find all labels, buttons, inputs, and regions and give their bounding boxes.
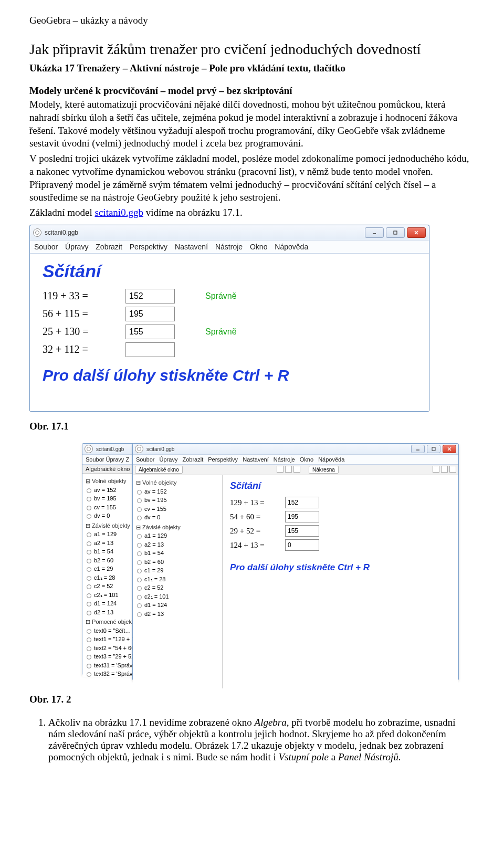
mini-input-1[interactable] bbox=[285, 497, 319, 508]
window-title: scitani0.ggb bbox=[45, 229, 78, 236]
page-title: Jak připravit žákům trenažer pro cvičení… bbox=[29, 41, 475, 58]
equation-text: 54 + 60 = bbox=[230, 512, 280, 521]
answer-input-1[interactable] bbox=[125, 289, 175, 304]
panel-icon[interactable] bbox=[449, 466, 456, 473]
close-button[interactable] bbox=[407, 227, 426, 238]
scitani-link[interactable]: scitani0.ggb bbox=[95, 207, 143, 218]
panel-icon[interactable] bbox=[441, 466, 448, 473]
mini-input-4[interactable] bbox=[285, 539, 319, 551]
panel-icon[interactable] bbox=[433, 466, 439, 473]
link-post: vidíme na obrázku 17.1. bbox=[143, 207, 243, 218]
equation-text: 124 + 13 = bbox=[230, 541, 280, 550]
intro-bold: Modely určené k procvičování – model prv… bbox=[29, 85, 475, 98]
equation-text: 32 + 112 = bbox=[43, 343, 116, 355]
front-titlebar: scitani0.ggb bbox=[133, 444, 458, 455]
minimize-button[interactable] bbox=[411, 445, 425, 453]
feedback-3: Správně bbox=[205, 327, 237, 337]
list-item-1: Ačkoliv na obrázku 17.1 nevidíme zobraze… bbox=[48, 717, 475, 763]
li-text: a bbox=[329, 751, 338, 762]
window-body: Sčítání 119 + 33 = Správně 56 + 115 = 25… bbox=[30, 254, 429, 411]
maximize-button[interactable] bbox=[386, 227, 405, 238]
mini-ctrl-r: Pro další úlohy stiskněte Ctrl + R bbox=[230, 562, 451, 573]
menu-perspektivy[interactable]: Perspektivy bbox=[130, 243, 167, 251]
tab-nakresna[interactable]: Nákresna bbox=[309, 466, 339, 474]
mini-row-1: 129 + 13 = bbox=[230, 497, 451, 508]
equation-text: 29 + 52 = bbox=[230, 527, 280, 536]
link-pre: Základní model bbox=[29, 207, 95, 218]
menu-nastaveni[interactable]: Nastavení bbox=[175, 243, 208, 251]
equation-text: 56 + 115 = bbox=[43, 308, 116, 320]
back-title: scitani0.ggb bbox=[96, 446, 124, 452]
front-title: scitani0.ggb bbox=[146, 446, 174, 452]
menu-nastroje[interactable]: Nástroje bbox=[215, 243, 243, 251]
menu-zobrazit[interactable]: Zobrazit bbox=[182, 456, 203, 463]
front-window: scitani0.ggb Soubor Úpravy Zobrazit Pers… bbox=[132, 443, 459, 681]
figure-2-label: Obr. 17. 2 bbox=[29, 693, 475, 706]
mini-heading: Sčítání bbox=[230, 480, 451, 491]
titlebar: scitani0.ggb bbox=[30, 225, 429, 240]
front-menubar: Soubor Úpravy Zobrazit Perspektivy Nasta… bbox=[133, 455, 458, 465]
equation-row-2: 56 + 115 = bbox=[43, 307, 416, 321]
equation-row-1: 119 + 33 = Správně bbox=[43, 289, 416, 304]
mini-input-2[interactable] bbox=[285, 511, 319, 522]
menu-upravy[interactable]: Úpravy bbox=[160, 456, 178, 463]
mini-row-2: 54 + 60 = bbox=[230, 511, 451, 522]
paragraph-2: V poslední trojici ukázek vytvoříme zákl… bbox=[29, 152, 475, 204]
scitani-heading: Sčítání bbox=[43, 261, 416, 281]
close-button[interactable] bbox=[443, 445, 456, 453]
menu-perspektivy[interactable]: Perspektivy bbox=[208, 456, 238, 463]
paragraph-1: Modely, které automatizují procvičování … bbox=[29, 98, 475, 150]
panel-icon[interactable] bbox=[277, 466, 284, 473]
equation-text: 119 + 33 = bbox=[43, 290, 116, 302]
front-tabbar: Algebraické okno Nákresna bbox=[133, 465, 458, 475]
minimize-button[interactable] bbox=[365, 227, 384, 238]
menu-napoveda[interactable]: Nápověda bbox=[275, 243, 308, 251]
svg-rect-5 bbox=[432, 447, 435, 451]
li-italic-vstupni: Vstupní pole bbox=[279, 751, 329, 762]
menu-zobrazit[interactable]: Zobrazit bbox=[96, 243, 122, 251]
tab-algebra[interactable]: Algebraické okno bbox=[135, 466, 183, 474]
menu-okno[interactable]: Okno bbox=[250, 243, 267, 251]
li-italic-algebra: Algebra bbox=[255, 717, 287, 728]
equation-text: 129 + 13 = bbox=[230, 498, 280, 507]
geogebra-icon bbox=[33, 228, 41, 237]
equation-row-3: 25 + 130 = Správně bbox=[43, 325, 416, 339]
mini-row-3: 29 + 52 = bbox=[230, 525, 451, 537]
front-drawing-panel: Sčítání 129 + 13 = 54 + 60 = 29 + 52 = 1… bbox=[223, 475, 458, 688]
menubar: Soubor Úpravy Zobrazit Perspektivy Nasta… bbox=[30, 240, 429, 254]
maximize-button[interactable] bbox=[427, 445, 440, 453]
li-text: Ačkoliv na obrázku 17.1 nevidíme zobraze… bbox=[48, 717, 255, 728]
geogebra-icon bbox=[85, 445, 93, 453]
ctrl-r-hint: Pro další úlohy stiskněte Ctrl + R bbox=[43, 367, 416, 384]
menu-upravy[interactable]: Úpravy bbox=[65, 243, 88, 251]
front-algebra-panel: ⊟ Volné objektyav = 152bv = 195cv = 155d… bbox=[133, 475, 223, 688]
mini-row-4: 124 + 13 = bbox=[230, 539, 451, 551]
menu-nastroje[interactable]: Nástroje bbox=[274, 456, 295, 463]
geogebra-icon bbox=[135, 445, 143, 453]
link-line: Základní model scitani0.ggb vidíme na ob… bbox=[29, 206, 475, 219]
equation-row-4: 32 + 112 = bbox=[43, 342, 416, 357]
mini-input-3[interactable] bbox=[285, 525, 319, 537]
doc-header: GeoGebra – ukázky a návody bbox=[29, 15, 475, 26]
li-italic-panel: Panel Nástrojů. bbox=[338, 751, 401, 762]
subtitle: Ukázka 17 Trenažery – Aktivní nástroje –… bbox=[29, 62, 475, 75]
menu-nastaveni[interactable]: Nastavení bbox=[243, 456, 269, 463]
screenshot-window-2: scitani0.ggb Soubor Úpravy Z Algebraické… bbox=[82, 443, 481, 685]
menu-soubor[interactable]: Soubor bbox=[136, 456, 154, 463]
menu-napoveda[interactable]: Nápověda bbox=[318, 456, 344, 463]
answer-input-2[interactable] bbox=[125, 307, 175, 321]
menu-okno[interactable]: Okno bbox=[300, 456, 313, 463]
screenshot-window-1: scitani0.ggb Soubor Úpravy Zobrazit Pers… bbox=[29, 225, 429, 412]
equation-text: 25 + 130 = bbox=[43, 326, 116, 338]
answer-input-4[interactable] bbox=[125, 342, 175, 357]
svg-rect-1 bbox=[394, 231, 397, 234]
panel-icon[interactable] bbox=[285, 466, 292, 473]
answer-input-3[interactable] bbox=[125, 325, 175, 339]
menu-soubor[interactable]: Soubor bbox=[34, 243, 58, 251]
figure-1-label: Obr. 17.1 bbox=[29, 420, 475, 433]
panel-icon[interactable] bbox=[293, 466, 300, 473]
front-tree: ⊟ Volné objektyav = 152bv = 195cv = 155d… bbox=[133, 475, 222, 689]
feedback-1: Správně bbox=[205, 291, 237, 301]
